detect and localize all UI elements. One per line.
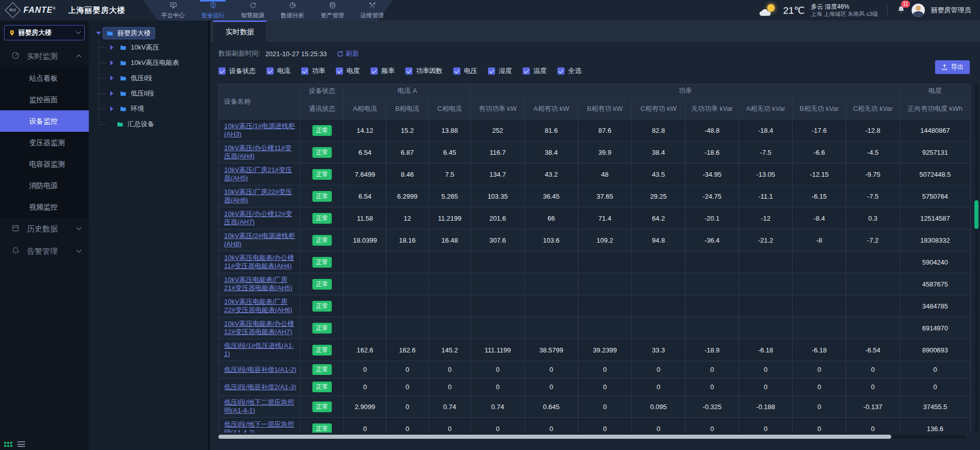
brand-name: FANTE® [23, 6, 56, 15]
table-row: 低压I段/地下一层应急照明(A1-4-2)正常00000000000136.6 [219, 418, 971, 433]
filter-checkbox-5[interactable]: 频率 [371, 66, 395, 76]
nav-item-analytics[interactable]: 数据分析 [278, 0, 307, 20]
value-cell: 48 [578, 163, 632, 185]
nav-item-assets[interactable]: 资产管理 [317, 0, 347, 20]
device-link[interactable]: 10kV高压/厂房22#变压器(AH6) [224, 188, 292, 204]
value-cell: 2.9099 [344, 396, 386, 418]
top-navigation: 平台中心安全运行智慧能源数据分析资产管理运维管理 [153, 0, 392, 20]
tree-children: 10kV高压10kV高压电能表低压I段低压II段环境汇总设备 [98, 40, 204, 132]
caret-collapsed-icon[interactable] [110, 76, 113, 81]
tree-node[interactable]: 10kV高压 [98, 40, 204, 55]
apps-grid-icon[interactable] [4, 442, 12, 447]
checkbox-checked-icon[interactable] [301, 67, 308, 75]
tree-node[interactable]: 低压I段 [98, 70, 204, 86]
nav-item-energy[interactable]: 智慧能源 [238, 0, 267, 20]
filter-checkbox-10[interactable]: 全选 [557, 66, 581, 76]
tree-node[interactable]: 低压II段 [98, 86, 204, 101]
value-cell: 15.2 [386, 120, 429, 141]
horizontal-scrollbar-thumb[interactable] [218, 435, 891, 439]
column-header: C相有功 kW [632, 98, 685, 120]
caret-expanded-icon[interactable] [96, 32, 101, 35]
filter-checkbox-4[interactable]: 电度 [336, 66, 360, 76]
sidebar-group-bell[interactable]: 告警管理 [0, 240, 89, 263]
tab-realtime-data[interactable]: 实时数据 [213, 20, 267, 42]
sidebar-group-calendar[interactable]: 历史数据 [0, 218, 89, 240]
sidebar-group-gauge[interactable]: 实时监测 [0, 45, 89, 67]
vertical-scrollbar-track[interactable] [974, 84, 978, 433]
device-link[interactable]: 低压I段/电容补偿1(A1-2) [224, 366, 297, 373]
caret-collapsed-icon[interactable] [110, 106, 113, 111]
value-cell: 0 [632, 378, 685, 396]
filter-checkbox-7[interactable]: 电压 [453, 66, 477, 76]
caret-collapsed-icon[interactable] [110, 45, 113, 50]
sidebar-item[interactable]: 变压器监测 [0, 132, 89, 153]
filter-checkbox-9[interactable]: 温度 [523, 66, 547, 76]
device-link[interactable]: 10kV高压/办公楼12#变压器(AH7) [224, 210, 292, 226]
caret-collapsed-icon[interactable] [110, 60, 113, 65]
sidebar-item[interactable]: 监控画面 [0, 89, 89, 110]
device-link[interactable]: 10kV高压电能表/厂房22#变压器电能表(AH6) [224, 298, 292, 314]
horizontal-scrollbar-track[interactable] [218, 435, 966, 439]
tree-node[interactable]: 10kV高压电能表 [98, 55, 204, 70]
sidebar-item[interactable]: 视频监控 [0, 196, 89, 218]
device-link[interactable]: 低压I段/地下二层应急照明(A1-4-1) [224, 398, 294, 414]
value-cell: 0 [344, 378, 386, 396]
device-link[interactable]: 低压I段/地下一层应急照明(A1-4-2) [224, 420, 294, 433]
sidebar-item[interactable]: 消防电源 [0, 175, 89, 196]
value-cell [525, 273, 578, 295]
export-button[interactable]: 导出 [935, 60, 970, 74]
checkbox-checked-icon[interactable] [266, 67, 274, 75]
filter-checkbox-8[interactable]: 湿度 [488, 66, 512, 76]
tree-node[interactable]: 环境 [98, 101, 204, 116]
vertical-scrollbar-thumb[interactable] [974, 200, 978, 229]
nav-item-ops[interactable]: 运维管理 [357, 0, 387, 20]
nav-item-shield[interactable]: 安全运行 [198, 0, 228, 20]
sidebar-item[interactable]: 电容器监测 [0, 153, 89, 175]
sun-icon [767, 4, 775, 12]
device-link[interactable]: 10kV高压/厂房21#变压器(AH5) [224, 166, 292, 182]
checkbox-checked-icon[interactable] [523, 67, 530, 75]
device-link[interactable]: 低压I段/电容补偿2(A1-3) [224, 383, 297, 391]
value-cell [793, 317, 846, 339]
tree-node[interactable]: 汇总设备 [98, 116, 204, 132]
device-link[interactable]: 10kV高压/办公楼11#变压器(AH4) [224, 144, 291, 160]
notification-badge: 11 [901, 1, 910, 8]
checkbox-checked-icon[interactable] [218, 67, 226, 75]
sidebar-footer [4, 441, 25, 447]
filter-checkbox-6[interactable]: 功率因数 [405, 66, 443, 76]
device-link[interactable]: 10kV高压/2#电源进线柜(AH8) [224, 232, 295, 248]
value-cell [685, 273, 739, 295]
value-cell: 94.8 [632, 229, 685, 251]
filter-checkbox-3[interactable]: 功率 [301, 66, 325, 76]
value-cell [471, 251, 525, 273]
value-cell: 6.2999 [386, 185, 429, 207]
list-toggle-icon[interactable] [17, 441, 25, 447]
status-badge: 正常 [312, 423, 332, 433]
device-link[interactable]: 10kV高压/1#电源进线柜(AH3) [224, 122, 295, 138]
checkbox-checked-icon[interactable] [371, 67, 378, 75]
checkbox-checked-icon[interactable] [405, 67, 412, 75]
device-link[interactable]: 低压I段/1#低压进线(A1-1) [224, 342, 294, 358]
avatar[interactable] [912, 4, 925, 17]
checkbox-checked-icon[interactable] [557, 67, 565, 75]
user-name[interactable]: 丽婴房管理员 [931, 6, 971, 15]
sidebar-item[interactable]: 设备监控 [0, 110, 89, 132]
device-link[interactable]: 10kV高压电能表/办公楼11#变压器电能表(AH4) [224, 254, 294, 270]
checkbox-checked-icon[interactable] [336, 67, 343, 75]
refresh-button[interactable]: 刷新 [337, 49, 359, 58]
checkbox-checked-icon[interactable] [488, 67, 495, 75]
value-cell: 6.45 [429, 141, 471, 163]
checkbox-checked-icon[interactable] [453, 67, 460, 75]
filter-checkbox-2[interactable]: 电流 [266, 66, 290, 76]
device-link[interactable]: 10kV高压电能表/办公楼12#变压器电能表(AH7) [224, 320, 294, 336]
nav-item-platform[interactable]: 平台中心 [158, 0, 188, 20]
filter-checkbox-1[interactable]: 设备状态 [218, 66, 256, 76]
site-selector[interactable]: 丽婴房大楼 [4, 25, 85, 40]
caret-collapsed-icon[interactable] [110, 91, 113, 96]
value-cell: 145.2 [429, 339, 471, 361]
device-link[interactable]: 10kV高压电能表/厂房21#变压器电能表(AH5) [224, 276, 292, 292]
sidebar-item[interactable]: 站点看板 [0, 67, 89, 89]
tree-root-node[interactable]: 丽婴房大楼 [93, 27, 204, 40]
notifications-button[interactable]: 11 [897, 5, 905, 16]
device-name-cell: 低压I段/电容补偿1(A1-2) [219, 361, 301, 378]
